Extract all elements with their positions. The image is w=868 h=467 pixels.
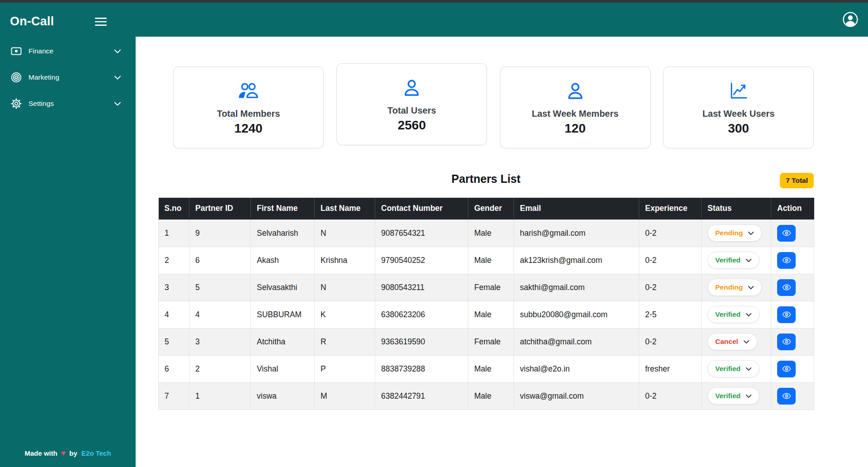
cell-first-name: SUBBURAM: [251, 301, 315, 328]
sidebar-item-label: Settings: [28, 100, 54, 108]
cell-action: [771, 301, 814, 328]
table-row: 1 9 Selvaharish N 9087654321 Male harish…: [159, 219, 814, 247]
status-dropdown[interactable]: Pending: [708, 279, 762, 296]
cell-sno: 1: [159, 219, 189, 247]
table-body: 1 9 Selvaharish N 9087654321 Male harish…: [159, 219, 814, 410]
cell-email: atchitha@gmail.com: [514, 328, 639, 355]
table-row: 5 3 Atchitha R 9363619590 Female atchith…: [159, 328, 814, 355]
column-header: Contact Number: [375, 198, 468, 219]
cell-sno: 3: [159, 274, 189, 301]
cell-action: [771, 328, 814, 355]
sidebar-nav: Finance Marketing Settings: [0, 40, 136, 114]
hamburger-icon[interactable]: [95, 17, 107, 26]
heart-icon: ♥: [61, 449, 66, 457]
status-dropdown[interactable]: Cancel: [708, 333, 757, 350]
eye-icon: [782, 230, 791, 236]
stat-label: Last Week Members: [532, 109, 618, 119]
cell-first-name: Selvaharish: [251, 219, 315, 247]
view-button[interactable]: [777, 306, 796, 323]
status-label: Verified: [715, 256, 741, 264]
users-icon: [238, 82, 259, 100]
eye-icon: [782, 311, 791, 318]
cell-experience: 0-2: [639, 247, 702, 274]
cell-experience: 0-2: [639, 274, 702, 301]
cell-partner-id: 4: [189, 301, 251, 328]
view-button[interactable]: [777, 252, 796, 269]
eye-icon: [782, 257, 791, 263]
cell-email: sakthi@gmail.com: [514, 274, 639, 301]
chevron-down-icon[interactable]: [114, 75, 121, 80]
chevron-down-icon: [748, 231, 754, 235]
user-icon: [404, 79, 420, 96]
cell-email: viswa@gmail.com: [514, 382, 639, 410]
cell-sno: 5: [159, 328, 189, 355]
table-row: 2 6 Akash Krishna 9790540252 Male ak123k…: [159, 247, 814, 274]
column-header: Last Name: [315, 198, 375, 219]
cell-action: [771, 274, 814, 301]
status-dropdown[interactable]: Verified: [708, 360, 760, 377]
cell-first-name: Vishal: [251, 355, 315, 382]
sidebar-item-settings[interactable]: Settings: [0, 93, 136, 114]
cell-status: Pending: [702, 274, 771, 301]
status-dropdown[interactable]: Verified: [708, 387, 760, 405]
app-brand: On-Call: [10, 14, 54, 29]
cell-gender: Male: [468, 247, 514, 274]
stat-card: Last Week Members 120: [500, 67, 651, 148]
cell-last-name: Krishna: [315, 247, 375, 274]
view-button[interactable]: [777, 334, 796, 350]
cell-sno: 6: [159, 355, 189, 382]
chevron-down-icon: [745, 258, 752, 262]
cell-gender: Male: [468, 219, 514, 247]
cell-status: Cancel: [702, 328, 771, 355]
column-header: Experience: [639, 198, 702, 219]
status-dropdown[interactable]: Verified: [708, 252, 760, 269]
column-header: Gender: [468, 198, 514, 219]
cell-contact: 9363619590: [375, 328, 468, 355]
cell-email: vishal@e2o.in: [514, 355, 639, 382]
status-dropdown[interactable]: Pending: [708, 224, 762, 242]
chevron-down-icon: [748, 286, 754, 290]
gear-icon: [11, 98, 22, 109]
sidebar-item-label: Marketing: [28, 73, 59, 81]
view-button[interactable]: [777, 361, 796, 377]
view-button[interactable]: [777, 279, 796, 296]
cash-icon: [11, 46, 22, 57]
cell-contact: 9790540252: [375, 247, 468, 274]
company-link[interactable]: E2o Tech: [81, 449, 111, 457]
cell-action: [771, 247, 814, 274]
user-avatar-icon[interactable]: [843, 12, 858, 27]
chevron-down-icon: [745, 394, 752, 398]
view-button[interactable]: [777, 225, 796, 242]
cell-partner-id: 1: [189, 382, 251, 410]
view-button[interactable]: [777, 388, 796, 405]
stat-label: Total Members: [217, 109, 280, 119]
sidebar-header: On-Call: [0, 3, 136, 29]
stat-value: 1240: [234, 121, 262, 136]
cell-gender: Female: [468, 274, 514, 301]
cell-status: Verified: [702, 355, 771, 382]
chart-icon: [729, 82, 748, 100]
sidebar: On-Call Finance Marketing Settings Made …: [0, 3, 136, 467]
partners-header: Partners List 7 Total: [158, 172, 814, 191]
table-row: 3 5 Selvasakthi N 9080543211 Female sakt…: [159, 274, 814, 301]
stat-value: 2560: [398, 118, 426, 133]
chevron-down-icon[interactable]: [114, 49, 121, 54]
eye-icon: [782, 393, 791, 399]
sidebar-item-finance[interactable]: Finance: [0, 40, 136, 62]
cell-status: Verified: [702, 382, 771, 410]
status-label: Verified: [715, 365, 741, 373]
cell-first-name: Selvasakthi: [251, 274, 315, 301]
cell-partner-id: 5: [189, 274, 251, 301]
cell-contact: 9087654321: [375, 219, 468, 247]
stat-card: Last Week Users 300: [663, 67, 814, 148]
chevron-down-icon[interactable]: [114, 101, 121, 106]
cell-experience: fresher: [639, 355, 702, 382]
sidebar-item-marketing[interactable]: Marketing: [0, 67, 136, 88]
cell-sno: 4: [159, 301, 189, 328]
status-dropdown[interactable]: Verified: [708, 306, 760, 323]
sidebar-footer: Made with ♥ by E2o Tech: [0, 449, 136, 458]
main-content: Total Members 1240 Total Users 2560 Last…: [136, 37, 868, 467]
chevron-down-icon: [743, 340, 750, 344]
table-row: 7 1 viswa M 6382442791 Male viswa@gmail.…: [159, 382, 814, 410]
cell-first-name: Atchitha: [251, 328, 315, 355]
